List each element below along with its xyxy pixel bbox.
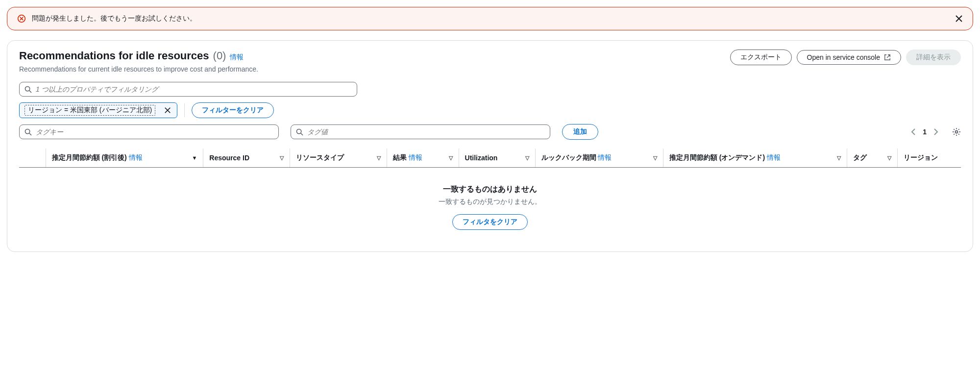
sort-icon: ▽: [280, 155, 284, 161]
sort-icon: ▽: [837, 155, 841, 161]
empty-title: 一致するものはありません: [19, 184, 961, 195]
info-link[interactable]: 情報: [409, 153, 422, 161]
open-console-button[interactable]: Open in service console: [797, 50, 901, 65]
next-page-icon[interactable]: [933, 128, 938, 135]
info-link[interactable]: 情報: [767, 153, 781, 161]
tag-value-filter[interactable]: [291, 124, 550, 139]
svg-point-2: [25, 129, 29, 133]
error-banner: 問題が発生しました。後でもう一度お試しください。: [7, 7, 973, 30]
add-tag-button[interactable]: 追加: [562, 124, 598, 140]
empty-clear-button[interactable]: フィルタをクリア: [452, 214, 528, 230]
export-button[interactable]: エクスポート: [730, 50, 792, 65]
error-icon: [17, 14, 26, 23]
column-resource-type[interactable]: リソースタイプ ▽: [290, 149, 387, 168]
column-savings-discounted[interactable]: 推定月間節約額 (割引後) 情報 ▼: [46, 149, 203, 168]
settings-icon[interactable]: [952, 127, 961, 136]
prev-page-icon[interactable]: [911, 128, 916, 135]
page-number: 1: [923, 128, 927, 136]
column-savings-ondemand[interactable]: 推定月間節約額 (オンデマンド) 情報 ▽: [663, 149, 847, 168]
filter-chip-row: リージョン = 米国東部 (バージニア北部) フィルターをクリア: [19, 102, 961, 118]
chip-remove-icon[interactable]: [161, 106, 174, 115]
table-wrapper: 推定月間節約額 (割引後) 情報 ▼ Resource ID ▽: [19, 149, 961, 239]
details-button: 詳細を表示: [906, 50, 961, 65]
property-filter-input[interactable]: [36, 85, 352, 93]
search-icon: [24, 86, 32, 93]
sort-icon: ▽: [449, 155, 453, 161]
search-icon: [24, 128, 32, 136]
column-region[interactable]: リージョン: [898, 149, 961, 168]
sort-icon: ▽: [377, 155, 381, 161]
column-resource-id[interactable]: Resource ID ▽: [203, 149, 290, 168]
close-icon[interactable]: [955, 15, 963, 23]
column-finding[interactable]: 結果 情報 ▽: [387, 149, 459, 168]
filter-chip: リージョン = 米国東部 (バージニア北部): [19, 102, 177, 118]
clear-filters-button[interactable]: フィルターをクリア: [192, 102, 274, 118]
svg-point-3: [296, 129, 301, 133]
sort-icon: ▽: [887, 155, 891, 161]
main-panel: Recommendations for idle resources (0) 情…: [7, 40, 973, 252]
external-link-icon: [884, 54, 891, 61]
column-utilization[interactable]: Utilization ▽: [459, 149, 535, 168]
sort-icon: ▽: [653, 155, 657, 161]
tag-key-input[interactable]: [36, 128, 273, 136]
title-text: Recommendations for idle resources: [19, 50, 209, 62]
sort-desc-icon: ▼: [192, 155, 197, 161]
info-link[interactable]: 情報: [230, 53, 244, 62]
pagination: 1: [911, 127, 961, 136]
page-subtitle: Recommendations for current idle resourc…: [19, 65, 724, 73]
property-filter[interactable]: [19, 82, 357, 97]
svg-point-1: [25, 86, 29, 91]
divider: [184, 103, 185, 117]
column-select: [19, 149, 46, 168]
column-tags[interactable]: タグ ▽: [847, 149, 898, 168]
search-icon: [296, 128, 303, 136]
open-console-label: Open in service console: [807, 53, 880, 61]
count-text: (0): [213, 50, 226, 62]
recommendations-table: 推定月間節約額 (割引後) 情報 ▼ Resource ID ▽: [19, 149, 961, 168]
tag-filter-row: 追加 1: [19, 124, 961, 140]
tag-key-filter[interactable]: [19, 124, 279, 139]
info-link[interactable]: 情報: [598, 153, 612, 161]
empty-state: 一致するものはありません 一致するものが見つかりません。 フィルタをクリア: [19, 168, 961, 239]
info-link[interactable]: 情報: [129, 153, 143, 161]
sort-icon: ▽: [525, 155, 529, 161]
svg-point-4: [956, 131, 958, 133]
error-message: 問題が発生しました。後でもう一度お試しください。: [32, 14, 949, 23]
page-title: Recommendations for idle resources (0) 情…: [19, 50, 724, 62]
column-lookback[interactable]: ルックバック期間 情報 ▽: [535, 149, 663, 168]
empty-subtitle: 一致するものが見つかりません。: [19, 198, 961, 206]
tag-value-input[interactable]: [307, 128, 545, 136]
chip-label: リージョン = 米国東部 (バージニア北部): [24, 105, 155, 116]
